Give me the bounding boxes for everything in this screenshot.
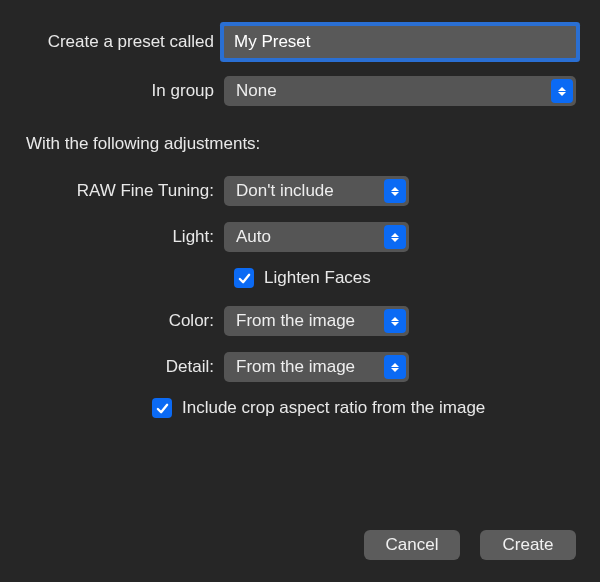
raw-fine-tuning-select[interactable]: Don't include: [224, 176, 409, 206]
check-icon: [156, 402, 169, 415]
chevron-up-down-icon: [551, 79, 573, 103]
chevron-up-down-icon: [384, 355, 406, 379]
lighten-faces-label: Lighten Faces: [264, 268, 371, 288]
raw-fine-tuning-value: Don't include: [236, 181, 334, 201]
preset-name-input[interactable]: [224, 26, 576, 58]
preset-name-label: Create a preset called: [24, 32, 224, 52]
chevron-up-down-icon: [384, 309, 406, 333]
group-select[interactable]: None: [224, 76, 576, 106]
detail-label: Detail:: [24, 357, 224, 377]
light-select[interactable]: Auto: [224, 222, 409, 252]
group-select-value: None: [236, 81, 277, 101]
color-value: From the image: [236, 311, 355, 331]
light-value: Auto: [236, 227, 271, 247]
group-label: In group: [24, 81, 224, 101]
raw-fine-tuning-label: RAW Fine Tuning:: [24, 181, 224, 201]
adjustments-header: With the following adjustments:: [24, 134, 576, 154]
color-select[interactable]: From the image: [224, 306, 409, 336]
detail-select[interactable]: From the image: [224, 352, 409, 382]
light-label: Light:: [24, 227, 224, 247]
create-button[interactable]: Create: [480, 530, 576, 560]
include-crop-label: Include crop aspect ratio from the image: [182, 398, 485, 418]
include-crop-checkbox[interactable]: [152, 398, 172, 418]
chevron-up-down-icon: [384, 225, 406, 249]
color-label: Color:: [24, 311, 224, 331]
detail-value: From the image: [236, 357, 355, 377]
check-icon: [238, 272, 251, 285]
lighten-faces-checkbox[interactable]: [234, 268, 254, 288]
chevron-up-down-icon: [384, 179, 406, 203]
cancel-button[interactable]: Cancel: [364, 530, 460, 560]
